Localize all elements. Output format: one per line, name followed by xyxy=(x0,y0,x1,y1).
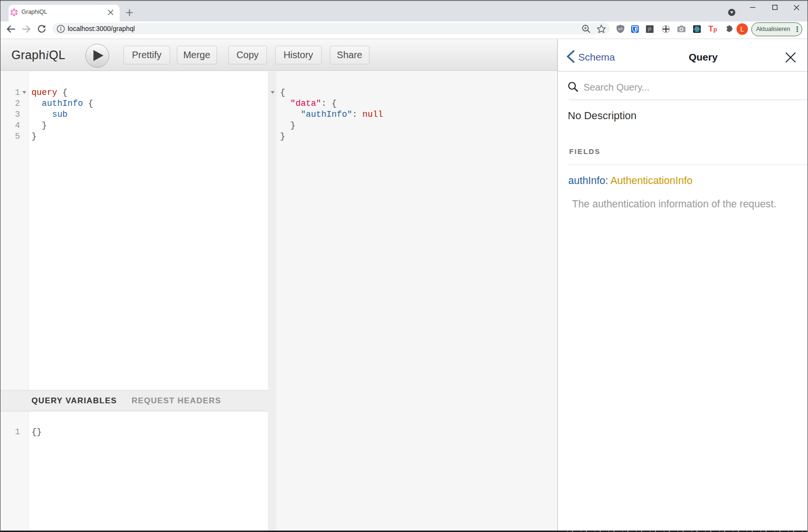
svg-text:P: P xyxy=(648,26,651,32)
svg-text:uO: uO xyxy=(618,27,623,31)
